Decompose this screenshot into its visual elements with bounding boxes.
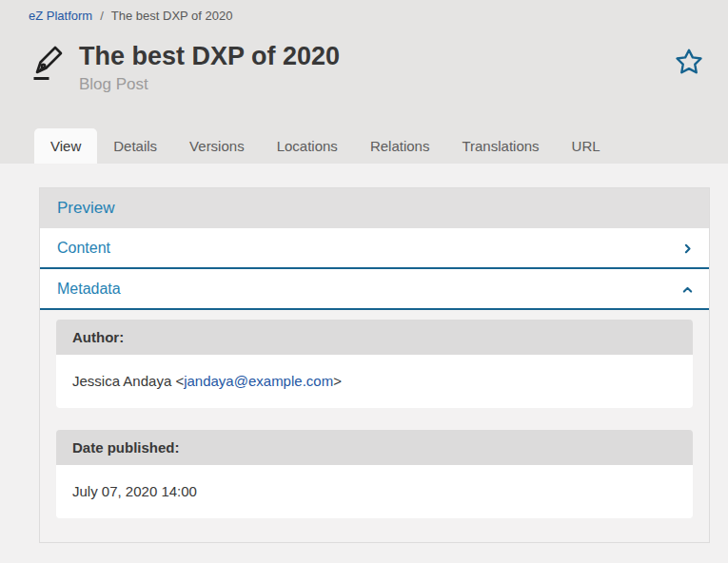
- tab-locations[interactable]: Locations: [261, 128, 354, 164]
- breadcrumb-current: The best DXP of 2020: [111, 9, 233, 23]
- tab-url[interactable]: URL: [556, 128, 617, 164]
- tab-versions[interactable]: Versions: [173, 128, 261, 164]
- app-header: eZ Platform/The best DXP of 2020 The bes…: [0, 0, 728, 164]
- tab-relations[interactable]: Relations: [354, 128, 446, 164]
- date-published-value: July 07, 2020 14:00: [56, 465, 693, 518]
- content-title-row: The best DXP of 2020 Blog Post: [0, 29, 728, 128]
- metadata-body: Author: Jessica Andaya <jandaya@example.…: [40, 310, 709, 542]
- author-name: Jessica Andaya <: [72, 373, 184, 389]
- preview-title: Preview: [57, 199, 114, 217]
- page-title: The best DXP of 2020: [79, 40, 675, 72]
- accordion-metadata-label: Metadata: [57, 281, 121, 298]
- breadcrumb: eZ Platform/The best DXP of 2020: [0, 0, 728, 29]
- chevron-up-icon: [681, 283, 694, 296]
- tab-details[interactable]: Details: [97, 128, 173, 164]
- date-published-label: Date published:: [56, 430, 693, 465]
- chevron-right-icon: [681, 243, 694, 255]
- content-type-label: Blog Post: [79, 75, 675, 94]
- preview-panel: Preview Content Metadata Author: Jessica…: [39, 187, 710, 543]
- tab-translations[interactable]: Translations: [445, 128, 555, 164]
- title-block: The best DXP of 2020 Blog Post: [79, 40, 675, 94]
- author-value-suffix: >: [333, 373, 342, 389]
- author-email-link[interactable]: jandaya@example.com: [184, 373, 333, 389]
- author-value: Jessica Andaya <jandaya@example.com>: [56, 355, 693, 408]
- preview-section-header: Preview: [40, 188, 709, 228]
- accordion-content[interactable]: Content: [40, 228, 709, 269]
- star-icon: [675, 65, 703, 79]
- bookmark-button[interactable]: [675, 48, 703, 79]
- accordion-content-label: Content: [57, 240, 110, 257]
- fountain-pen-icon: [29, 44, 67, 89]
- breadcrumb-separator: /: [100, 9, 104, 23]
- tab-view[interactable]: View: [34, 128, 97, 164]
- tab-bar: View Details Versions Locations Relation…: [0, 128, 728, 164]
- accordion-metadata[interactable]: Metadata: [40, 269, 709, 310]
- tab-content-view: Preview Content Metadata Author: Jessica…: [0, 164, 728, 543]
- author-label: Author:: [56, 320, 693, 355]
- breadcrumb-root-link[interactable]: eZ Platform: [29, 9, 92, 23]
- date-published-attribute: Date published: July 07, 2020 14:00: [56, 430, 693, 518]
- author-attribute: Author: Jessica Andaya <jandaya@example.…: [56, 320, 693, 408]
